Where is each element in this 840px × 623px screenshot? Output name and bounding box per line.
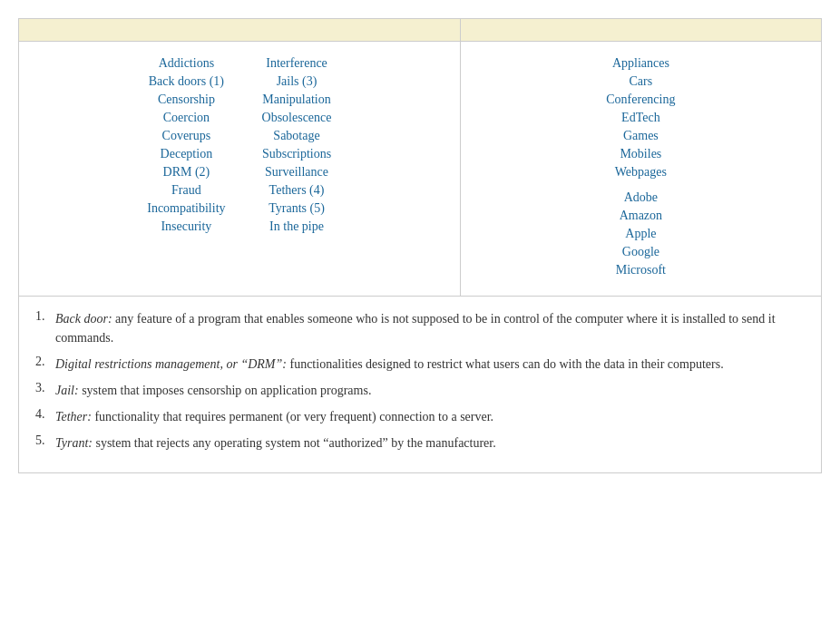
- list-item[interactable]: Incompatibility: [147, 201, 225, 215]
- list-item[interactable]: DRM (2): [163, 165, 210, 179]
- footnote-text: Tyrant: system that rejects any operatin…: [55, 433, 496, 453]
- list-item[interactable]: Cars: [630, 74, 653, 88]
- header-injustices: [19, 19, 461, 42]
- list-item[interactable]: Interference: [266, 56, 327, 70]
- injustices-cell: AddictionsBack doors (1)CensorshipCoerci…: [19, 42, 461, 297]
- footnote-item: 2.Digital restrictions management, or “D…: [35, 355, 805, 374]
- footnote-number: 3.: [35, 381, 52, 395]
- list-item[interactable]: Fraud: [171, 183, 201, 197]
- footnote-term: Tether:: [55, 410, 92, 423]
- footnote-item: 1.Back door: any feature of a program th…: [35, 309, 805, 347]
- products-cell: AppliancesCarsConferencingEdTechGamesMob…: [460, 42, 821, 297]
- footnote-item: 4.Tether: functionality that requires pe…: [35, 407, 805, 426]
- footnote-text: Digital restrictions management, or “DRM…: [55, 355, 724, 374]
- footnote-item: 3.Jail: system that imposes censorship o…: [35, 381, 805, 400]
- footnote-number: 5.: [35, 433, 52, 448]
- injustices-col2-list: InterferenceJails (3)ManipulationObsoles…: [262, 56, 332, 238]
- list-item[interactable]: Coercion: [163, 111, 210, 124]
- list-item[interactable]: Surveillance: [265, 165, 328, 179]
- footnote-number: 2.: [35, 355, 52, 369]
- list-item[interactable]: Apple: [625, 227, 656, 240]
- list-item[interactable]: Manipulation: [262, 92, 330, 106]
- list-item[interactable]: Jails (3): [277, 74, 317, 88]
- header-products: [460, 19, 821, 42]
- list-item[interactable]: Obsolescence: [262, 111, 332, 124]
- footnote-term: Back door:: [55, 312, 112, 326]
- footnote-term: Jail:: [55, 384, 79, 397]
- list-item[interactable]: Addictions: [159, 56, 214, 70]
- list-item[interactable]: Coverups: [162, 129, 211, 142]
- footnote-term: Digital restrictions management, or “DRM…: [55, 357, 287, 371]
- list-item[interactable]: Sabotage: [273, 129, 319, 142]
- footnote-number: 1.: [35, 309, 52, 324]
- footnote-item: 5.Tyrant: system that rejects any operat…: [35, 433, 805, 453]
- footnote-text: Tether: functionality that requires perm…: [55, 407, 493, 426]
- footnote-text: Back door: any feature of a program that…: [55, 309, 805, 347]
- list-item[interactable]: Adobe: [624, 190, 658, 204]
- list-item[interactable]: Insecurity: [161, 219, 211, 233]
- list-item[interactable]: In the pipe: [269, 219, 324, 233]
- footnote-number: 4.: [35, 407, 52, 422]
- footnotes-cell: 1.Back door: any feature of a program th…: [19, 297, 822, 473]
- list-item[interactable]: Google: [622, 245, 659, 258]
- list-item[interactable]: Microsoft: [616, 263, 666, 277]
- list-item[interactable]: Tyrants (5): [269, 201, 325, 215]
- main-table: AddictionsBack doors (1)CensorshipCoerci…: [18, 18, 822, 473]
- injustices-col1-list: AddictionsBack doors (1)CensorshipCoerci…: [147, 56, 225, 238]
- products-list: AppliancesCarsConferencingEdTechGamesMob…: [468, 56, 814, 277]
- list-item[interactable]: Tethers (4): [269, 183, 325, 197]
- list-item[interactable]: Subscriptions: [262, 147, 331, 161]
- list-item[interactable]: Webpages: [615, 165, 667, 179]
- list-item[interactable]: Deception: [161, 147, 213, 161]
- list-item[interactable]: Amazon: [620, 209, 662, 222]
- list-item[interactable]: Games: [623, 129, 659, 142]
- footnotes-list: 1.Back door: any feature of a program th…: [35, 309, 805, 453]
- footnote-text: Jail: system that imposes censorship on …: [55, 381, 371, 400]
- list-item[interactable]: Censorship: [158, 92, 215, 106]
- list-item[interactable]: Conferencing: [606, 92, 675, 106]
- list-item[interactable]: Mobiles: [620, 147, 661, 161]
- list-item[interactable]: Back doors (1): [149, 74, 224, 88]
- footnote-term: Tyrant:: [55, 436, 93, 450]
- list-item[interactable]: Appliances: [612, 56, 669, 70]
- list-item[interactable]: EdTech: [621, 111, 660, 124]
